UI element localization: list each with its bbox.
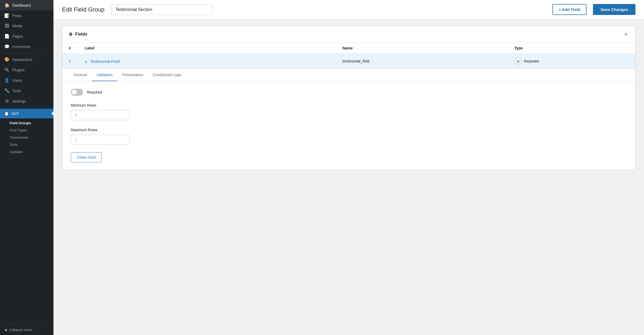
- sidebar-item-tools[interactable]: 🔧 Tools: [0, 85, 53, 96]
- field-detail-tabs: General Validation Presentation Conditio…: [62, 69, 635, 81]
- plugins-icon: 🔌: [4, 67, 10, 72]
- field-label-link[interactable]: Testimonial Field: [90, 59, 120, 64]
- sidebar-item-updates[interactable]: Updates: [0, 148, 53, 155]
- appearance-icon: 🎨: [4, 57, 10, 62]
- posts-icon: 📝: [4, 13, 10, 18]
- page-title: Edit Field Group: [62, 6, 104, 13]
- sidebar-item-dashboard[interactable]: 🏠 Dashboard: [0, 0, 53, 10]
- col-header-label: Label: [78, 43, 336, 54]
- sidebar-item-acf[interactable]: 📋 ACF: [0, 109, 53, 118]
- fields-panel: ⚙ Fields ∧ # Label Name Type: [62, 26, 635, 170]
- row-name-cell: testimonial_field: [336, 54, 508, 69]
- sidebar-item-appearance[interactable]: 🎨 Appearance: [0, 54, 53, 65]
- sidebar-item-field-groups[interactable]: Field Groups: [0, 119, 53, 127]
- collapse-menu-button[interactable]: ◀ Collapse menu: [0, 324, 53, 335]
- type-badge: ∞ Repeater: [514, 57, 629, 65]
- top-bar: Edit Field Group + Add Field Save Change…: [53, 0, 644, 19]
- min-rows-input[interactable]: [71, 110, 130, 120]
- acf-arrow-icon: [51, 111, 53, 116]
- table-header-row: # Label Name Type: [62, 43, 635, 54]
- tools-icon: 🔧: [4, 88, 10, 93]
- col-header-hash: #: [62, 43, 78, 54]
- sidebar-item-post-types[interactable]: Post Types: [0, 127, 53, 134]
- toggle-track: [71, 89, 83, 96]
- required-label: Required: [87, 90, 102, 94]
- table-row: 1 ∧ Testimonial Field testimonial_field …: [62, 54, 635, 69]
- pages-icon: 📄: [4, 34, 10, 39]
- col-header-type: Type: [508, 43, 635, 54]
- min-rows-label: Minimum Rows: [71, 103, 627, 107]
- dashboard-icon: 🏠: [4, 3, 10, 8]
- tab-presentation[interactable]: Presentation: [117, 69, 148, 81]
- expand-row-icon[interactable]: ∧: [85, 59, 87, 64]
- sidebar-item-settings[interactable]: ⚙ Settings: [0, 96, 53, 106]
- field-detail-panel: General Validation Presentation Conditio…: [62, 69, 635, 170]
- row-type-cell: ∞ Repeater: [508, 54, 635, 69]
- row-number: 1: [62, 54, 78, 69]
- sidebar-item-pages[interactable]: 📄 Pages: [0, 31, 53, 41]
- repeater-icon: ∞: [514, 57, 522, 65]
- required-field-row: Required: [71, 89, 627, 96]
- close-field-button[interactable]: Close Field: [71, 152, 102, 162]
- tab-validation[interactable]: Validation: [92, 69, 117, 81]
- sidebar-item-plugins[interactable]: 🔌 Plugins: [0, 65, 53, 75]
- fields-table: # Label Name Type 1 ∧ Testimonial Field: [62, 43, 635, 69]
- content-area: ⚙ Fields ∧ # Label Name Type: [53, 19, 644, 335]
- sidebar-item-tools-acf[interactable]: Tools: [0, 141, 53, 148]
- min-rows-row: Minimum Rows: [71, 103, 627, 120]
- max-rows-label: Maximum Rows: [71, 128, 627, 132]
- panel-title: ⚙ Fields: [69, 32, 87, 37]
- comments-icon: 💬: [4, 44, 10, 49]
- sidebar: 🏠 Dashboard 📝 Posts 🖼 Media 📄 Pages 💬 Co…: [0, 0, 53, 335]
- users-icon: 👤: [4, 78, 10, 83]
- sidebar-item-users[interactable]: 👤 Users: [0, 75, 53, 85]
- sidebar-item-taxonomies[interactable]: Taxonomies: [0, 134, 53, 141]
- media-icon: 🖼: [4, 24, 10, 28]
- row-label-cell: ∧ Testimonial Field: [78, 54, 336, 69]
- add-field-button[interactable]: + Add Field: [552, 4, 587, 15]
- acf-submenu: Field Groups Post Types Taxonomies Tools…: [0, 118, 53, 157]
- panel-collapse-button[interactable]: ∧: [623, 30, 629, 38]
- divider-2: [0, 107, 53, 108]
- acf-icon: 📋: [4, 111, 9, 116]
- save-changes-button[interactable]: Save Changes: [593, 4, 635, 15]
- col-header-name: Name: [336, 43, 508, 54]
- validation-content: Required Minimum Rows Maximum Rows Close…: [62, 81, 635, 170]
- panel-header: ⚙ Fields ∧: [62, 26, 635, 43]
- collapse-icon: ◀: [4, 328, 7, 332]
- toggle-thumb: [72, 89, 77, 95]
- main-content: Edit Field Group + Add Field Save Change…: [53, 0, 644, 335]
- max-rows-row: Maximum Rows: [71, 128, 627, 145]
- tab-general[interactable]: General: [69, 69, 92, 81]
- required-toggle[interactable]: [71, 89, 83, 96]
- field-group-name-input[interactable]: [111, 4, 212, 15]
- max-rows-input[interactable]: [71, 135, 130, 145]
- tab-conditional-logic[interactable]: Conditional Logic: [148, 69, 186, 81]
- fields-icon: ⚙: [69, 32, 72, 37]
- sidebar-item-comments[interactable]: 💬 Comments: [0, 41, 53, 52]
- divider-1: [0, 53, 53, 53]
- sidebar-item-media[interactable]: 🖼 Media: [0, 21, 53, 31]
- sidebar-item-posts[interactable]: 📝 Posts: [0, 10, 53, 21]
- settings-icon: ⚙: [4, 99, 10, 104]
